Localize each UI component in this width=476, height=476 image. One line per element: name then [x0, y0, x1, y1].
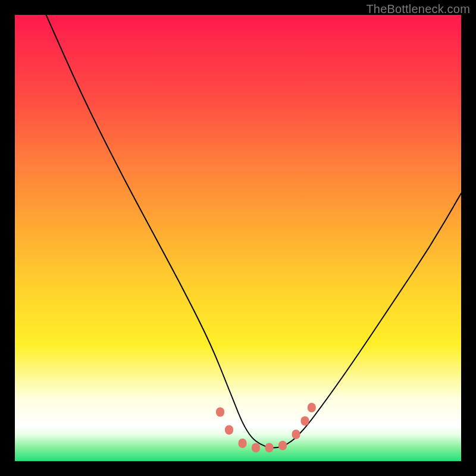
trough-marker: [252, 443, 260, 453]
bottleneck-curve: [46, 15, 462, 448]
chart-svg: [15, 15, 461, 461]
watermark-label: TheBottleneck.com: [366, 2, 470, 16]
plot-area: [15, 15, 461, 461]
trough-marker: [239, 439, 247, 448]
trough-marker: [292, 430, 300, 439]
trough-marker: [265, 443, 274, 453]
trough-marker: [301, 416, 309, 426]
trough-marker: [225, 425, 233, 435]
trough-marker: [278, 441, 287, 450]
chart-frame: TheBottleneck.com: [0, 0, 476, 476]
trough-markers: [216, 403, 316, 453]
trough-marker: [216, 408, 224, 417]
trough-marker: [308, 403, 316, 412]
